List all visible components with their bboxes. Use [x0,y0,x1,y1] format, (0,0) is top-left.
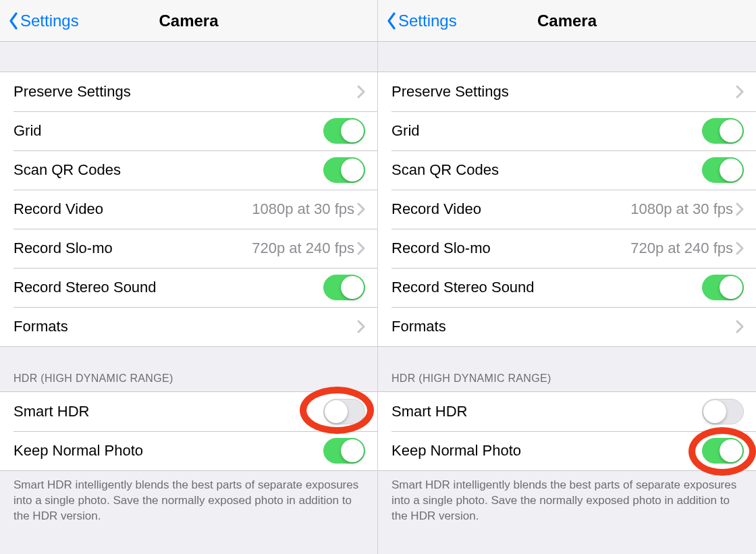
row-keep-normal-photo: Keep Normal Photo [378,431,756,470]
row-smart-hdr: Smart HDR [378,392,756,431]
row-label: Record Stereo Sound [392,279,702,296]
row-record-slomo[interactable]: Record Slo-mo 720p at 240 fps [0,229,377,268]
row-label: Record Video [392,200,630,218]
row-value: 720p at 240 fps [630,240,733,257]
toggle-keep-normal-photo[interactable] [323,438,365,464]
row-preserve-settings[interactable]: Preserve Settings [0,72,377,111]
row-record-video[interactable]: Record Video 1080p at 30 fps [378,190,756,229]
row-label: Record Stereo Sound [14,279,323,296]
section-footer-hdr: Smart HDR intelligently blends the best … [378,471,756,536]
back-label: Settings [398,11,457,30]
row-formats[interactable]: Formats [378,307,756,346]
row-keep-normal-photo: Keep Normal Photo [0,431,377,470]
row-record-stereo: Record Stereo Sound [378,268,756,307]
row-record-slomo[interactable]: Record Slo-mo 720p at 240 fps [378,229,756,268]
navbar: Settings Camera [0,0,377,42]
row-label: Keep Normal Photo [14,442,323,460]
settings-group-main: Preserve Settings Grid Scan QR Codes Rec… [378,72,756,347]
section-footer-hdr: Smart HDR intelligently blends the best … [0,471,377,536]
row-scan-qr: Scan QR Codes [378,150,756,190]
row-label: Smart HDR [14,403,323,420]
row-label: Record Video [14,200,252,218]
pane-right: Settings Camera Preserve Settings Grid S… [378,0,756,554]
settings-group-hdr: Smart HDR Keep Normal Photo [378,391,756,471]
row-label: Keep Normal Photo [392,442,702,460]
chevron-right-icon [736,202,744,216]
settings-group-hdr: Smart HDR Keep Normal Photo [0,391,377,471]
toggle-smart-hdr[interactable] [702,399,744,424]
toggle-stereo[interactable] [702,275,744,300]
chevron-left-icon [8,11,19,30]
chevron-right-icon [357,202,365,216]
toggle-grid[interactable] [702,118,744,144]
toggle-stereo[interactable] [323,275,365,300]
row-label: Grid [14,122,323,140]
row-label: Preserve Settings [14,83,357,101]
row-scan-qr: Scan QR Codes [0,150,377,190]
chevron-right-icon [357,85,365,99]
pane-left: Settings Camera Preserve Settings Grid S… [0,0,378,554]
row-formats[interactable]: Formats [0,307,377,346]
row-label: Smart HDR [392,403,702,420]
chevron-right-icon [736,320,744,333]
row-value: 720p at 240 fps [252,240,354,257]
chevron-right-icon [357,320,365,333]
chevron-right-icon [736,242,744,255]
row-label: Grid [392,122,702,140]
settings-group-main: Preserve Settings Grid Scan QR Codes Rec… [0,72,377,347]
row-label: Scan QR Codes [14,161,323,179]
back-label: Settings [20,11,79,30]
chevron-right-icon [357,242,365,255]
row-label: Record Slo-mo [14,240,252,257]
spacer [0,42,377,72]
chevron-left-icon [386,11,397,30]
toggle-scan-qr[interactable] [323,157,365,183]
row-grid: Grid [378,111,756,150]
back-button[interactable]: Settings [8,11,79,30]
row-label: Preserve Settings [392,83,736,101]
toggle-grid[interactable] [323,118,365,144]
row-value: 1080p at 30 fps [252,200,354,218]
spacer [378,42,756,72]
section-header-hdr: HDR (HIGH DYNAMIC RANGE) [0,347,377,391]
back-button[interactable]: Settings [386,11,457,30]
row-label: Formats [392,318,736,335]
row-smart-hdr: Smart HDR [0,392,377,431]
row-label: Scan QR Codes [392,161,702,179]
row-record-stereo: Record Stereo Sound [0,268,377,307]
section-header-hdr: HDR (HIGH DYNAMIC RANGE) [378,347,756,391]
chevron-right-icon [736,85,744,99]
row-preserve-settings[interactable]: Preserve Settings [378,72,756,111]
row-value: 1080p at 30 fps [630,200,733,218]
row-label: Record Slo-mo [392,240,630,257]
navbar: Settings Camera [378,0,756,42]
row-record-video[interactable]: Record Video 1080p at 30 fps [0,190,377,229]
row-grid: Grid [0,111,377,150]
toggle-smart-hdr[interactable] [323,399,365,424]
row-label: Formats [14,318,357,335]
toggle-scan-qr[interactable] [702,157,744,183]
toggle-keep-normal-photo[interactable] [702,438,744,464]
